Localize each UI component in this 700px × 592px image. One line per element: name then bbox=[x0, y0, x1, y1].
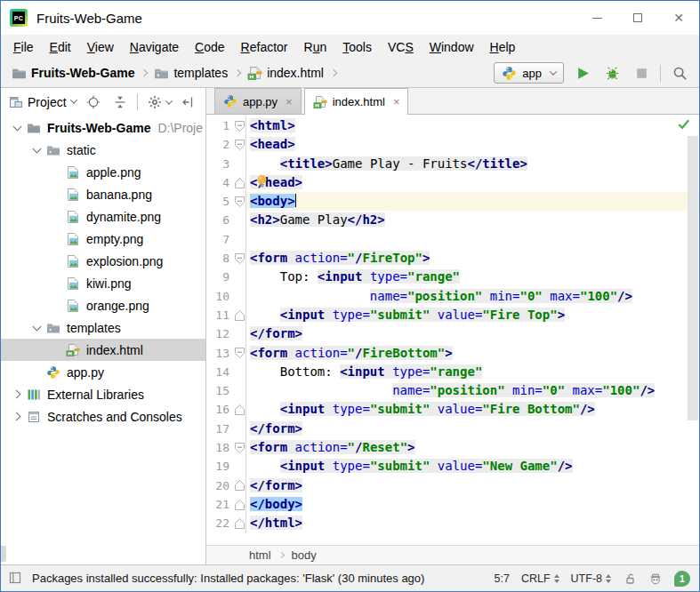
tree-item-dynamite-png[interactable]: dynamite.png bbox=[1, 205, 205, 228]
inspection-ok-icon[interactable] bbox=[677, 117, 690, 131]
project-view-selector[interactable]: Project bbox=[9, 95, 76, 109]
fold-marker-end[interactable] bbox=[233, 400, 245, 419]
menu-code[interactable]: Code bbox=[187, 36, 232, 58]
tree-item-index-html[interactable]: index.html bbox=[1, 339, 205, 361]
code-line-9[interactable]: 9 Top: <input type="range" bbox=[206, 268, 699, 286]
code-line-22[interactable]: 22</html> bbox=[206, 514, 699, 532]
editor-tab-app-py[interactable]: app.py× bbox=[214, 88, 302, 114]
code-line-12[interactable]: 12</form> bbox=[206, 324, 699, 343]
minimize-icon[interactable] bbox=[576, 1, 617, 35]
fold-marker-end[interactable] bbox=[233, 173, 245, 192]
maximize-icon[interactable] bbox=[617, 1, 658, 35]
code-line-7[interactable]: 7 bbox=[206, 230, 699, 249]
editor-scrollbar[interactable] bbox=[688, 136, 698, 420]
gear-icon[interactable] bbox=[145, 92, 165, 112]
line-separator-widget[interactable]: CRLF bbox=[521, 572, 559, 585]
run-configuration-label: app bbox=[522, 67, 542, 80]
menu-tools[interactable]: Tools bbox=[334, 36, 380, 58]
code-line-4[interactable]: 4</head> bbox=[206, 173, 699, 192]
unlock-icon[interactable] bbox=[623, 572, 637, 586]
run-icon[interactable] bbox=[572, 62, 593, 84]
locate-icon[interactable] bbox=[84, 92, 103, 112]
menu-help[interactable]: Help bbox=[482, 36, 524, 58]
editor-tab-index-html[interactable]: index.html× bbox=[304, 88, 409, 115]
hide-panel-icon[interactable] bbox=[179, 92, 198, 112]
fold-marker-end[interactable] bbox=[233, 306, 245, 324]
code-line-3[interactable]: 3 <title>Game Play - Fruits</title> bbox=[206, 155, 699, 173]
breadcrumb-item-templates[interactable]: templates bbox=[154, 66, 228, 80]
fold-marker-start[interactable] bbox=[233, 192, 245, 211]
fold-marker-end[interactable] bbox=[233, 476, 245, 495]
close-tab-icon[interactable]: × bbox=[393, 96, 400, 108]
tree-item-orange-png[interactable]: orange.png bbox=[1, 294, 205, 316]
chevron-right-icon[interactable] bbox=[8, 413, 27, 420]
code-line-11[interactable]: 11 <input type="submit" value="Fire Top"… bbox=[206, 306, 699, 324]
menu-refactor[interactable]: Refactor bbox=[233, 36, 296, 58]
tree-item-static[interactable]: static bbox=[1, 139, 205, 161]
code-line-15[interactable]: 15 name="position" min="0" max="100"/> bbox=[206, 381, 699, 400]
fold-marker-start[interactable] bbox=[233, 135, 245, 154]
fold-marker-start[interactable] bbox=[233, 249, 245, 268]
code-line-5[interactable]: 5<body> bbox=[206, 192, 699, 211]
menu-run[interactable]: Run bbox=[296, 36, 335, 58]
code-line-20[interactable]: 20</form> bbox=[206, 476, 699, 495]
tree-item-explosion-png[interactable]: explosion.png bbox=[1, 250, 205, 272]
editor-breadcrumb-html[interactable]: html bbox=[249, 548, 271, 562]
fold-marker-start[interactable] bbox=[233, 344, 245, 363]
fold-marker-end[interactable] bbox=[233, 495, 245, 514]
menu-edit[interactable]: Edit bbox=[42, 36, 79, 58]
code-line-18[interactable]: 18<form action="/Reset"> bbox=[206, 438, 699, 457]
fold-marker-end[interactable] bbox=[233, 514, 245, 532]
close-tab-icon[interactable]: × bbox=[286, 96, 293, 108]
encoding-widget[interactable]: UTF-8 bbox=[571, 572, 611, 585]
menu-window[interactable]: Window bbox=[422, 36, 482, 58]
collapse-all-icon[interactable] bbox=[110, 92, 130, 112]
code-line-10[interactable]: 10 name="position" min="0" max="100"/> bbox=[206, 287, 699, 306]
menu-navigate[interactable]: Navigate bbox=[122, 36, 187, 58]
tree-item-external-libraries[interactable]: External Libraries bbox=[1, 383, 205, 405]
code-line-8[interactable]: 8<form action="/FireTop"> bbox=[206, 249, 699, 268]
toolwindow-stripe-button[interactable] bbox=[1, 546, 6, 562]
stop-icon[interactable] bbox=[631, 62, 652, 84]
fold-marker-start[interactable] bbox=[233, 438, 245, 457]
hector-inspections-icon[interactable] bbox=[648, 572, 663, 586]
tree-item-fruits-web-game[interactable]: Fruits-Web-GameD:\Proje bbox=[1, 116, 205, 139]
tree-item-templates[interactable]: templates bbox=[1, 316, 205, 339]
code-line-21[interactable]: 21</body> bbox=[206, 495, 699, 514]
tree-item-scratches-and-consoles[interactable]: Scratches and Consoles bbox=[1, 405, 205, 428]
debug-icon[interactable] bbox=[601, 62, 623, 84]
code-line-19[interactable]: 19 <input type="submit" value="New Game"… bbox=[206, 457, 699, 476]
intention-bulb-icon[interactable] bbox=[254, 173, 270, 188]
fold-marker-start[interactable] bbox=[233, 116, 245, 135]
breadcrumb-item-fruits-web-game[interactable]: Fruits-Web-Game bbox=[12, 66, 134, 80]
code-line-6[interactable]: 6<h2>Game Play</h2> bbox=[206, 211, 699, 229]
menu-vcs[interactable]: VCS bbox=[380, 36, 422, 58]
code-line-16[interactable]: 16 <input type="submit" value="Fire Bott… bbox=[206, 400, 699, 419]
editor[interactable]: 1<html>2<head>3 <title>Game Play - Fruit… bbox=[206, 115, 699, 545]
toolwindow-toggle-icon[interactable] bbox=[8, 571, 24, 587]
code-line-17[interactable]: 17</form> bbox=[206, 420, 699, 438]
tree-item-apple-png[interactable]: apple.png bbox=[1, 161, 205, 183]
tree-item-empty-png[interactable]: empty.png bbox=[1, 228, 205, 250]
caret-position-widget[interactable]: 5:7 bbox=[495, 572, 510, 585]
menu-file[interactable]: File bbox=[5, 36, 42, 58]
chevron-down-icon[interactable] bbox=[28, 148, 46, 152]
tree-item-kiwi-png[interactable]: kiwi.png bbox=[1, 272, 205, 294]
chevron-down-icon[interactable] bbox=[8, 126, 27, 130]
code-line-14[interactable]: 14 Bottom: <input type="range" bbox=[206, 363, 699, 381]
editor-breadcrumb-body[interactable]: body bbox=[292, 548, 317, 562]
close-icon[interactable]: ✕ bbox=[658, 1, 699, 35]
run-configuration-select[interactable]: app bbox=[494, 62, 564, 84]
tree-item-banana-png[interactable]: banana.png bbox=[1, 183, 205, 205]
notification-bubble[interactable]: 1 bbox=[674, 571, 690, 587]
search-icon[interactable] bbox=[669, 62, 690, 84]
chevron-down-icon[interactable] bbox=[28, 326, 46, 330]
code-line-13[interactable]: 13<form action="/FireBottom"> bbox=[206, 344, 699, 363]
tree-item-app-py[interactable]: app.py bbox=[1, 361, 205, 383]
code-line-1[interactable]: 1<html> bbox=[206, 116, 699, 135]
code-line-2[interactable]: 2<head> bbox=[206, 135, 699, 154]
tree-item-label: app.py bbox=[67, 365, 104, 380]
chevron-right-icon[interactable] bbox=[8, 391, 27, 397]
breadcrumb-item-index.html[interactable]: index.html bbox=[247, 66, 324, 80]
menu-view[interactable]: View bbox=[79, 36, 122, 58]
